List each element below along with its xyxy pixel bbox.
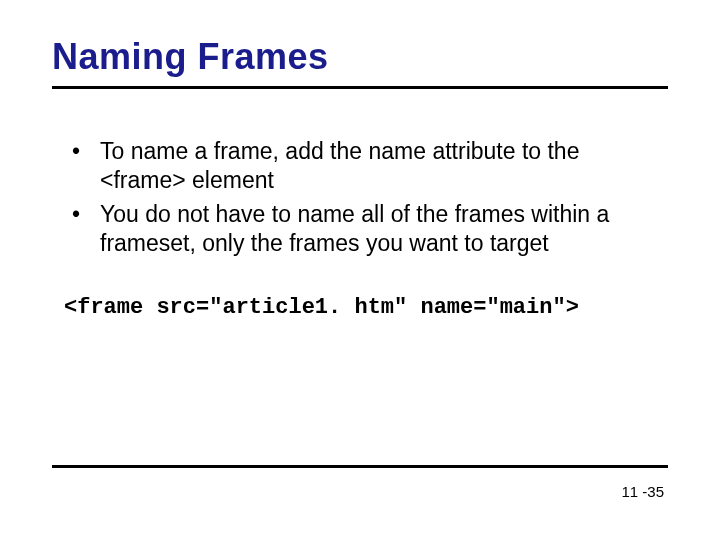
slide-title: Naming Frames xyxy=(52,36,668,89)
bullet-list: To name a frame, add the name attribute … xyxy=(52,137,668,259)
page-number: 11 -35 xyxy=(621,483,664,500)
bullet-item: To name a frame, add the name attribute … xyxy=(72,137,668,196)
bullet-item: You do not have to name all of the frame… xyxy=(72,200,668,259)
code-example: <frame src="article1. htm" name="main"> xyxy=(52,295,668,320)
slide: Naming Frames To name a frame, add the n… xyxy=(0,0,720,540)
footer-rule xyxy=(52,465,668,468)
